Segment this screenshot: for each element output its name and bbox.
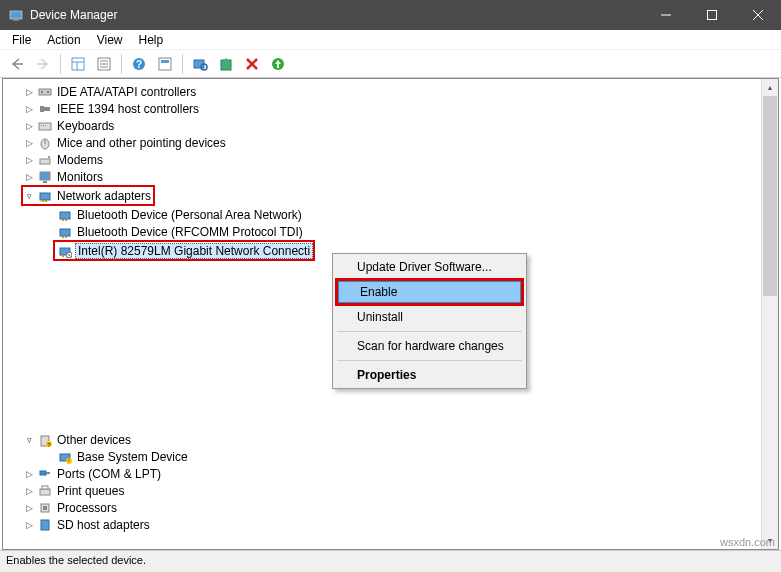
close-button[interactable] bbox=[735, 0, 781, 30]
tree-label: IEEE 1394 host controllers bbox=[55, 102, 201, 116]
chevron-right-icon[interactable]: ▷ bbox=[23, 154, 35, 166]
svg-rect-25 bbox=[39, 89, 51, 95]
tree-label: Base System Device bbox=[75, 450, 190, 464]
tree-label: IDE ATA/ATAPI controllers bbox=[55, 85, 198, 99]
scrollbar-thumb[interactable] bbox=[763, 96, 777, 296]
chevron-right-icon[interactable]: ▷ bbox=[23, 468, 35, 480]
tree-item-modems[interactable]: ▷ Modems bbox=[3, 151, 778, 168]
tree-item-ieee[interactable]: ▷ IEEE 1394 host controllers bbox=[3, 100, 778, 117]
context-enable[interactable]: Enable bbox=[338, 281, 521, 303]
svg-rect-21 bbox=[221, 60, 231, 70]
help-button[interactable]: ? bbox=[127, 52, 151, 76]
tree-item-network-adapters[interactable]: ▿ Network adapters bbox=[23, 187, 153, 204]
svg-point-26 bbox=[41, 91, 43, 93]
tree-label: Modems bbox=[55, 153, 105, 167]
context-properties[interactable]: Properties bbox=[335, 364, 524, 386]
tree-label: Other devices bbox=[55, 433, 133, 447]
network-adapter-icon bbox=[57, 207, 73, 223]
tree-item-sd-host[interactable]: ▷ SD host adapters bbox=[3, 516, 778, 533]
status-bar: Enables the selected device. bbox=[0, 550, 781, 572]
chevron-right-icon[interactable]: ▷ bbox=[23, 502, 35, 514]
chevron-down-icon[interactable]: ▿ bbox=[23, 190, 35, 202]
modem-icon bbox=[37, 152, 53, 168]
chevron-right-icon[interactable]: ▷ bbox=[23, 103, 35, 115]
context-scan-hardware[interactable]: Scan for hardware changes bbox=[335, 335, 524, 357]
watermark: wsxdn.com bbox=[720, 536, 775, 548]
chevron-down-icon[interactable]: ▿ bbox=[23, 434, 35, 446]
tree-label: Mice and other pointing devices bbox=[55, 136, 228, 150]
forward-button[interactable] bbox=[31, 52, 55, 76]
scan-hardware-button[interactable] bbox=[188, 52, 212, 76]
tree-label: Processors bbox=[55, 501, 119, 515]
back-button[interactable] bbox=[5, 52, 29, 76]
svg-rect-38 bbox=[43, 181, 47, 183]
tree-item-ports[interactable]: ▷ Ports (COM & LPT) bbox=[3, 465, 778, 482]
svg-rect-42 bbox=[60, 212, 70, 219]
network-adapter-icon bbox=[37, 188, 53, 204]
svg-rect-35 bbox=[40, 159, 50, 164]
tree-item-other-devices[interactable]: ▿ ? Other devices bbox=[3, 431, 778, 448]
svg-rect-29 bbox=[39, 123, 51, 130]
maximize-button[interactable] bbox=[689, 0, 735, 30]
chevron-right-icon[interactable]: ▷ bbox=[23, 519, 35, 531]
tree-item-intel-gigabit[interactable]: Intel(R) 82579LM Gigabit Network Connect… bbox=[55, 242, 313, 259]
tree-item-print-queues[interactable]: ▷ Print queues bbox=[3, 482, 778, 499]
printer-icon bbox=[37, 483, 53, 499]
svg-rect-28 bbox=[40, 106, 44, 112]
svg-rect-40 bbox=[42, 200, 44, 202]
minimize-button[interactable] bbox=[643, 0, 689, 30]
menu-action[interactable]: Action bbox=[39, 31, 88, 49]
svg-point-36 bbox=[48, 156, 50, 158]
svg-rect-8 bbox=[72, 58, 84, 70]
tree-item-bluetooth-rfcomm[interactable]: Bluetooth Device (RFCOMM Protocol TDI) bbox=[3, 223, 778, 240]
svg-rect-37 bbox=[40, 172, 50, 180]
scroll-up-icon[interactable]: ▴ bbox=[762, 79, 778, 96]
chevron-right-icon[interactable]: ▷ bbox=[23, 86, 35, 98]
chevron-right-icon[interactable]: ▷ bbox=[23, 485, 35, 497]
context-uninstall[interactable]: Uninstall bbox=[335, 306, 524, 328]
unknown-device-icon: ! bbox=[57, 449, 73, 465]
tree-label: Bluetooth Device (RFCOMM Protocol TDI) bbox=[75, 225, 305, 239]
chevron-right-icon[interactable]: ▷ bbox=[23, 120, 35, 132]
processor-icon bbox=[37, 500, 53, 516]
svg-rect-45 bbox=[60, 229, 70, 236]
tree-item-ide[interactable]: ▷ IDE ATA/ATAPI controllers bbox=[3, 83, 778, 100]
tree-item-bluetooth-pan[interactable]: Bluetooth Device (Personal Area Network) bbox=[3, 206, 778, 223]
tree-label: Network adapters bbox=[55, 189, 153, 203]
svg-rect-47 bbox=[65, 236, 67, 238]
svg-rect-3 bbox=[708, 11, 717, 20]
menu-file[interactable]: File bbox=[4, 31, 39, 49]
app-icon bbox=[8, 7, 24, 23]
tree-item-monitors[interactable]: ▷ Monitors bbox=[3, 168, 778, 185]
enable-button[interactable] bbox=[266, 52, 290, 76]
menu-view[interactable]: View bbox=[89, 31, 131, 49]
context-separator bbox=[337, 331, 522, 332]
ports-icon bbox=[37, 466, 53, 482]
svg-rect-46 bbox=[62, 236, 64, 238]
tree-item-mice[interactable]: ▷ Mice and other pointing devices bbox=[3, 134, 778, 151]
context-update-driver[interactable]: Update Driver Software... bbox=[335, 256, 524, 278]
ieee-icon bbox=[37, 101, 53, 117]
menu-help[interactable]: Help bbox=[131, 31, 172, 49]
tree-label: Intel(R) 82579LM Gigabit Network Connect… bbox=[75, 243, 313, 259]
update-driver-button[interactable] bbox=[214, 52, 238, 76]
chevron-right-icon[interactable]: ▷ bbox=[23, 137, 35, 149]
window-title: Device Manager bbox=[30, 8, 643, 22]
svg-rect-62 bbox=[41, 520, 49, 530]
chevron-right-icon[interactable]: ▷ bbox=[23, 171, 35, 183]
sd-host-icon bbox=[37, 517, 53, 533]
tree-item-processors[interactable]: ▷ Processors bbox=[3, 499, 778, 516]
show-hide-console-button[interactable] bbox=[66, 52, 90, 76]
tree-item-base-system[interactable]: ! Base System Device bbox=[3, 448, 778, 465]
svg-point-27 bbox=[47, 91, 49, 93]
svg-rect-41 bbox=[45, 200, 47, 202]
context-menu: Update Driver Software... Enable Uninsta… bbox=[332, 253, 527, 389]
mouse-icon bbox=[37, 135, 53, 151]
svg-rect-59 bbox=[42, 486, 48, 489]
properties-button[interactable] bbox=[153, 52, 177, 76]
svg-rect-18 bbox=[161, 60, 169, 63]
uninstall-button[interactable] bbox=[240, 52, 264, 76]
vertical-scrollbar[interactable]: ▴ ▾ bbox=[761, 79, 778, 549]
tree-item-keyboards[interactable]: ▷ Keyboards bbox=[3, 117, 778, 134]
action-menu-button[interactable] bbox=[92, 52, 116, 76]
